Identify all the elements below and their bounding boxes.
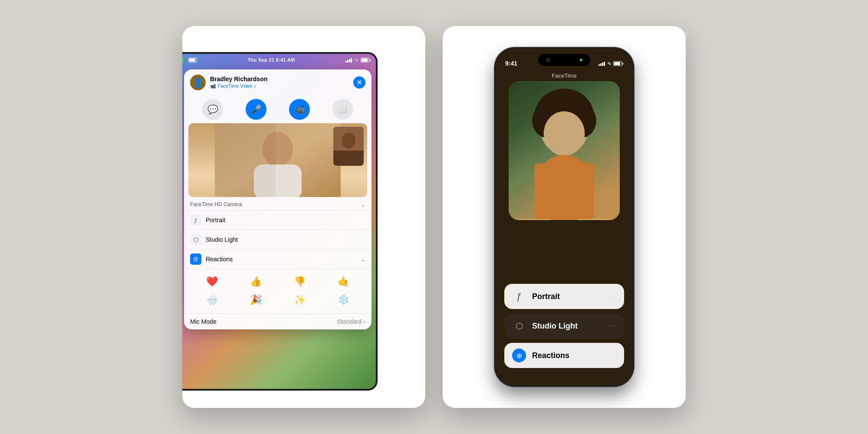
wifi-icon: ∿ — [354, 57, 358, 63]
iphone-notch-indicator — [580, 59, 582, 61]
video-preview — [188, 123, 367, 197]
caller-subtitle-text: FaceTime Video — [218, 83, 252, 89]
camera-chevron: ⌄ — [361, 201, 365, 207]
iphone-wifi-icon: ∿ — [607, 61, 611, 66]
battery-fill — [189, 59, 195, 62]
reactions-icon: @ — [190, 253, 201, 265]
reaction-thumbs-down[interactable]: 👎 — [278, 273, 322, 291]
battery-body — [361, 58, 369, 62]
mic-mode-row[interactable]: Mic Mode Standard › — [184, 313, 372, 329]
reaction-party[interactable]: 🎉 — [234, 291, 278, 309]
iphone-signal-2 — [600, 63, 602, 66]
facetime-popup: 👤 Bradley Richardson 📹 FaceTime Video ✕ — [184, 69, 372, 329]
iphone-reactions-icon: ⊕ — [512, 349, 526, 362]
battery-icon — [188, 58, 197, 62]
iphone-reactions-item[interactable]: ⊕ Reactions — [504, 343, 624, 368]
caller-subtitle: 📹 FaceTime Video — [210, 83, 349, 89]
mic-mode-standard: Standard — [337, 318, 362, 325]
iphone-screen: 9:41 ∿ — [496, 49, 633, 385]
main-container: Thu Sep 21 9:41 AM ∿ — [0, 0, 868, 434]
reaction-sparkle[interactable]: ✨ — [278, 291, 322, 309]
iphone-studio-light-item[interactable]: ⬡ Studio Light ··· — [504, 313, 624, 339]
ipad-device: Thu Sep 21 9:41 AM ∿ — [182, 52, 378, 391]
mic-mode-label: Mic Mode — [190, 318, 217, 325]
iphone-signal-4 — [604, 62, 605, 66]
iphone-status-icons: ∿ — [598, 61, 623, 66]
iphone-person-svg — [509, 81, 620, 220]
facetime-icon-subtitle: 📹 — [210, 83, 216, 89]
battery-cap — [370, 59, 371, 61]
iphone-front-camera — [546, 58, 550, 62]
reaction-thumbs-up[interactable]: 👍 — [234, 273, 278, 291]
ipad-status-bar: Thu Sep 21 9:41 AM ∿ — [182, 54, 376, 66]
iphone-video-preview — [509, 81, 620, 220]
studio-light-icon: ⬡ — [190, 234, 201, 245]
reaction-rain[interactable]: 🌧️ — [190, 291, 234, 309]
popup-controls: 💬 🎤 📹 ⬜ — [184, 95, 372, 123]
iphone-portrait-item[interactable]: ƒ Portrait ··· — [504, 284, 624, 309]
chat-button[interactable]: 💬 — [202, 99, 223, 120]
studio-light-dots: ··· — [608, 322, 616, 330]
iphone-menu: ƒ Portrait ··· ⬡ Studio Light ··· ⊕ Reac… — [504, 284, 624, 372]
camera-label: FaceTime HD Camera — [190, 201, 242, 207]
signal-bars — [345, 58, 352, 62]
iphone-signal-1 — [598, 64, 600, 66]
reaction-snow[interactable]: ❄️ — [322, 291, 365, 309]
reactions-grid: ❤️ 👍 👎 🤙 🌧️ 🎉 ✨ ❄️ — [184, 269, 372, 313]
pip-svg — [333, 127, 364, 166]
signal-bar-1 — [345, 61, 347, 62]
portrait-label: Portrait — [206, 217, 365, 224]
iphone-panel: 9:41 ∿ — [443, 26, 686, 408]
svg-rect-13 — [534, 164, 594, 219]
screen-share-button[interactable]: ⬜ — [332, 99, 353, 120]
iphone-portrait-icon: ƒ — [512, 289, 526, 303]
svg-point-6 — [342, 133, 355, 148]
signal-bar-4 — [351, 58, 352, 62]
reactions-label: Reactions — [206, 256, 356, 263]
ipad-status-icons: ∿ — [345, 57, 371, 63]
reactions-menu-item[interactable]: @ Reactions ⌄ — [184, 249, 372, 269]
ipad-panel: Thu Sep 21 9:41 AM ∿ — [182, 26, 425, 408]
facetime-active-icon — [182, 57, 184, 63]
iphone-signal — [598, 61, 605, 66]
portrait-icon: ƒ — [190, 214, 201, 226]
ipad-screen: Thu Sep 21 9:41 AM ∿ — [182, 54, 376, 389]
camera-label-row: FaceTime HD Camera ⌄ — [184, 197, 372, 210]
iphone-time: 9:41 — [505, 60, 517, 67]
mic-button[interactable]: 🎤 — [246, 99, 266, 120]
portrait-dots: ··· — [608, 293, 616, 300]
iphone-signal-3 — [602, 62, 603, 66]
iphone-device: 9:41 ∿ — [495, 48, 634, 386]
studio-light-label: Studio Light — [206, 236, 365, 243]
iphone-battery-cap — [622, 62, 623, 65]
iphone-battery-body — [613, 61, 622, 66]
status-left — [182, 57, 197, 63]
close-button[interactable]: ✕ — [353, 76, 365, 89]
iphone-app-label: FaceTime — [496, 72, 633, 79]
iphone-portrait-label: Portrait — [532, 292, 602, 301]
svg-rect-3 — [215, 123, 276, 197]
studio-light-menu-item[interactable]: ⬡ Studio Light — [184, 230, 372, 249]
caller-avatar: 👤 — [190, 75, 206, 90]
ipad-battery — [361, 58, 371, 62]
iphone-dynamic-island — [538, 54, 590, 66]
iphone-reactions-label: Reactions — [532, 351, 616, 360]
svg-point-11 — [544, 111, 585, 155]
reaction-heart[interactable]: ❤️ — [190, 273, 234, 291]
caller-info: Bradley Richardson 📹 FaceTime Video — [210, 76, 349, 89]
small-video-pip — [333, 127, 364, 166]
portrait-menu-item[interactable]: ƒ Portrait — [184, 210, 372, 230]
iphone-battery — [613, 61, 623, 66]
mic-mode-value: Standard › — [337, 318, 366, 325]
mic-mode-chevron: › — [363, 318, 365, 325]
signal-bar-2 — [347, 60, 349, 62]
iphone-battery-fill — [614, 62, 620, 65]
battery-level — [362, 59, 368, 62]
signal-bar-3 — [349, 59, 350, 62]
iphone-studio-light-label: Studio Light — [532, 322, 602, 331]
reactions-chevron: ⌄ — [361, 256, 365, 263]
camera-button[interactable]: 📹 — [289, 99, 310, 120]
ipad-status-time: Thu Sep 21 9:41 AM — [248, 57, 295, 62]
popup-header: 👤 Bradley Richardson 📹 FaceTime Video ✕ — [184, 69, 372, 95]
reaction-call[interactable]: 🤙 — [322, 273, 365, 291]
